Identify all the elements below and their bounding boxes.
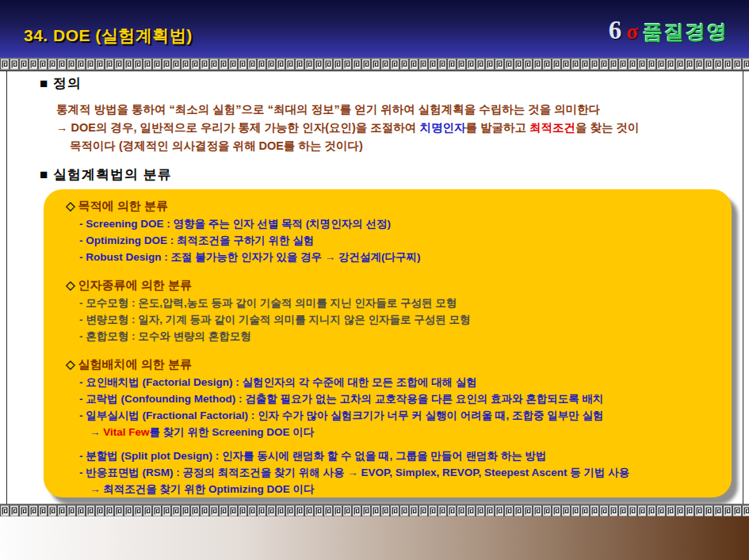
subsection-heading: ◇실험배치에 의한 분류 [66, 358, 724, 371]
list-item: - Screening DOE : 영향을 주는 인자 선별 목적 (치명인자의… [79, 215, 724, 232]
list-item: - Robust Design : 조절 불가능한 인자가 있을 경우 → 강건… [79, 249, 724, 265]
six-sigma-logo: 6 σ 품질경영 [609, 16, 728, 45]
page-title: 34. DOE (실험계획법) [24, 25, 193, 47]
list-item: - 혼합모형 : 모수와 변량의 혼합모형 [79, 328, 724, 345]
subsection-heading: ◇인자종류에 의한 분류 [66, 279, 724, 291]
vital-few-highlight: Vital Few [103, 426, 149, 438]
list-item: → Vital Few를 찾기 위한 Screening DOE 이다 [90, 424, 724, 440]
sigma-icon: σ [626, 20, 638, 44]
vital-few-rest: 를 찾기 위한 Screening DOE 이다 [150, 426, 315, 438]
layout-classification-section: ◇실험배치에 의한 분류 - 요인배치법 (Factorial Design) … [66, 358, 724, 497]
diamond-icon: ◇ [66, 278, 75, 291]
definition-text: 통계적 방법을 통하여 “최소의 실험”으로 “최대의 정보”를 얻기 위하여 … [56, 101, 640, 155]
subsection-title: 실험배치에 의한 분류 [78, 357, 192, 371]
frame-line-left [6, 71, 7, 504]
greek-key-border-top [0, 58, 749, 71]
six-sigma-number: 6 [609, 16, 622, 45]
list-item: - 반응표면법 (RSM) : 공정의 최적조건을 찾기 위해 사용 → EVO… [79, 464, 724, 481]
list-item: - 분할법 (Split plot Design) : 인자를 동시에 랜덤화 … [79, 448, 724, 464]
factor-type-classification-section: ◇인자종류에 의한 분류 - 모수모형 : 온도,압력,농도 등과 같이 기술적… [66, 279, 724, 345]
optimal-condition-highlight: 최적조건 [529, 121, 575, 134]
list-item: - 모수모형 : 온도,압력,농도 등과 같이 기술적 의미를 지닌 인자들로 … [79, 295, 724, 311]
definition-line2-mid: 를 발굴하고 [465, 121, 529, 134]
subsection-heading: ◇목적에 의한 분류 [66, 200, 724, 212]
purpose-classification-section: ◇목적에 의한 분류 - Screening DOE : 영향을 주는 인자 선… [66, 200, 724, 265]
definition-line-1: 통계적 방법을 통하여 “최소의 실험”으로 “최대의 정보”를 얻기 위하여 … [56, 101, 640, 119]
classification-section-heading: ■ 실험계획법의 분류 [40, 166, 172, 184]
quality-management-label: 품질경영 [643, 19, 728, 45]
slide-header: 34. DOE (실험계획법) 6 σ 품질경영 [0, 0, 749, 58]
arrow-glyph: → [90, 426, 103, 438]
frame-line-right [743, 71, 743, 504]
definition-line2-post: 을 찾는 것이 [575, 121, 640, 134]
list-item: → 최적조건을 찾기 위한 Optimizing DOE 이다 [90, 481, 724, 497]
definition-section-heading: ■ 정의 [40, 74, 82, 93]
list-item: - 요인배치법 (Factorial Design) : 실험인자의 각 수준에… [79, 374, 724, 390]
critical-factor-highlight: 치명인자 [419, 121, 465, 134]
list-item: - 교락법 (Confounding Method) : 검출할 필요가 없는 … [79, 390, 724, 407]
definition-line-3: 목적이다 (경제적인 의사결정을 위해 DOE를 하는 것이다) [56, 137, 640, 155]
diamond-icon: ◇ [66, 357, 75, 371]
list-item: - 일부실시법 (Fractional Factorial) : 인자 수가 많… [79, 407, 724, 424]
subsection-title: 목적에 의한 분류 [78, 199, 168, 212]
subsection-title: 인자종류에 의한 분류 [78, 278, 192, 291]
classification-panel: ◇목적에 의한 분류 - Screening DOE : 영향을 주는 인자 선… [44, 189, 732, 497]
slide-footer: D UNION STEEL 93 [0, 516, 749, 560]
definition-line-2: → DOE의 경우, 일반적으로 우리가 통제 가능한 인자(요인)을 조절하여… [56, 119, 640, 137]
list-item: - Optimizing DOE : 최적조건을 구하기 위한 실험 [79, 232, 724, 249]
definition-line2-pre: → DOE의 경우, 일반적으로 우리가 통제 가능한 인자(요인)을 조절하여 [56, 121, 419, 134]
diamond-icon: ◇ [66, 199, 75, 212]
arrow-glyph: → [90, 483, 103, 495]
list-item: - 변량모형 : 일자, 기계 등과 같이 기술적 의미를 지니지 않은 인자들… [79, 311, 724, 328]
optimizing-doe-rest: 최적조건을 찾기 위한 Optimizing DOE 이다 [103, 483, 314, 495]
